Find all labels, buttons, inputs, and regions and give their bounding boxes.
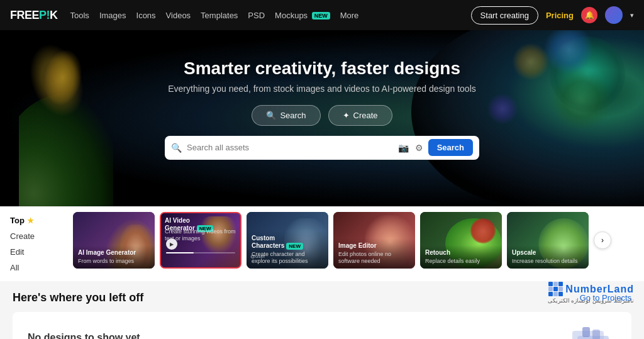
logo[interactable]: FREEP!K bbox=[10, 9, 58, 22]
pricing-button[interactable]: Pricing bbox=[546, 11, 574, 20]
hero-search-button[interactable]: 🔍 Search bbox=[252, 105, 320, 126]
avatar[interactable] bbox=[605, 6, 623, 24]
hero-section: Smarter creativity, faster designs Every… bbox=[0, 30, 644, 206]
image-editor-card-content: Image Editor Edit photos online no softw… bbox=[333, 238, 415, 269]
upscale-title: Upscale bbox=[512, 249, 584, 257]
nav-mockups[interactable]: Mockups NEW bbox=[275, 11, 330, 20]
search-icons-right: 📷 ⚙ Search bbox=[397, 139, 473, 156]
camera-icon[interactable]: 📷 bbox=[397, 142, 410, 154]
search-submit-button[interactable]: Search bbox=[428, 139, 473, 156]
image-editor-title: Image Editor bbox=[338, 242, 410, 250]
ai-image-title: AI Image Generator bbox=[78, 249, 150, 257]
no-designs-card: No designs to show yet Start creating bbox=[13, 312, 631, 339]
tool-card-retouch[interactable]: Retouch Replace details easily bbox=[420, 212, 502, 269]
search-icon-sm: 🔍 bbox=[171, 143, 182, 153]
search-icon: 🔍 bbox=[266, 111, 276, 120]
progress-bar bbox=[166, 252, 235, 253]
custom-chars-card-content: Custom CharactersNEW Create character an… bbox=[247, 231, 328, 269]
tools-row: Top ★ Create Edit All AI Image Generator… bbox=[10, 212, 634, 274]
tools-section: Top ★ Create Edit All AI Image Generator… bbox=[0, 206, 644, 281]
sidebar-item-create[interactable]: Create bbox=[10, 230, 65, 242]
watermark: NumberLand نامبرلند: سرویس لوتسازه الکتر… bbox=[548, 282, 634, 304]
retouch-title: Retouch bbox=[425, 249, 497, 257]
chevron-down-icon[interactable]: ▾ bbox=[630, 11, 634, 19]
nav-templates[interactable]: Templates bbox=[201, 11, 238, 20]
carousel-next-button[interactable]: › bbox=[594, 231, 611, 249]
hero-create-button[interactable]: ✦ Create bbox=[328, 105, 392, 126]
nav-more[interactable]: More bbox=[340, 11, 359, 20]
hero-left-decoration bbox=[19, 30, 145, 206]
sidebar-item-edit[interactable]: Edit bbox=[10, 246, 65, 258]
watermark-logo: NumberLand bbox=[548, 282, 634, 296]
nav-images[interactable]: Images bbox=[99, 11, 126, 20]
chars-user-tag: @user bbox=[250, 253, 265, 259]
svg-rect-2 bbox=[582, 327, 590, 337]
tools-cards: AI Image Generator From words to images … bbox=[73, 212, 634, 269]
watermark-sub: نامبرلند: سرویس لوتسازه الکتریکی bbox=[548, 297, 634, 304]
watermark-name: NumberLand bbox=[565, 284, 634, 295]
nav-videos[interactable]: Videos bbox=[166, 11, 191, 20]
upscale-card-content: Upscale Increase resolution details bbox=[507, 245, 589, 269]
start-creating-button[interactable]: Start creating bbox=[471, 6, 538, 25]
ai-image-desc: From words to images bbox=[78, 258, 150, 265]
header: FREEP!K Tools Images Icons Videos Templa… bbox=[0, 0, 644, 30]
ai-video-desc: Create stunning videos from text or imag… bbox=[165, 228, 238, 242]
no-designs-text: No designs to show yet bbox=[28, 332, 140, 339]
custom-chars-title: Custom CharactersNEW bbox=[252, 235, 323, 250]
no-designs-icon bbox=[566, 325, 616, 339]
tool-card-custom-chars[interactable]: @user Custom CharactersNEW Create charac… bbox=[247, 212, 328, 269]
nav-psd[interactable]: PSD bbox=[248, 11, 265, 20]
tool-card-image-editor[interactable]: Image Editor Edit photos online no softw… bbox=[333, 212, 415, 269]
bottom-title: Here's where you left off bbox=[13, 291, 143, 304]
no-designs-info: No designs to show yet Start creating bbox=[28, 332, 140, 339]
search-bar: 🔍 📷 ⚙ Search bbox=[165, 136, 479, 160]
notification-icon[interactable]: 🔔 bbox=[581, 7, 597, 23]
sidebar-item-all[interactable]: All bbox=[10, 262, 65, 274]
sparkle-icon: ✦ bbox=[343, 111, 350, 120]
tool-card-upscale[interactable]: Upscale Increase resolution details bbox=[507, 212, 589, 269]
nav-icons[interactable]: Icons bbox=[136, 11, 156, 20]
search-input[interactable] bbox=[187, 143, 392, 152]
svg-rect-3 bbox=[592, 330, 600, 339]
hero-buttons: 🔍 Search ✦ Create bbox=[165, 105, 479, 126]
watermark-grid-icon bbox=[548, 282, 563, 296]
bottom-header: Here's where you left off Go to Projects bbox=[13, 291, 631, 304]
retouch-desc: Replace details easily bbox=[425, 258, 497, 265]
tools-sidebar: Top ★ Create Edit All bbox=[10, 212, 73, 274]
nav-tools[interactable]: Tools bbox=[70, 11, 89, 20]
hero-subtitle: Everything you need, from stock images a… bbox=[165, 84, 479, 94]
upscale-desc: Increase resolution details bbox=[512, 258, 584, 265]
settings-icon[interactable]: ⚙ bbox=[414, 142, 425, 154]
main-nav: Tools Images Icons Videos Templates PSD … bbox=[70, 11, 359, 20]
sidebar-item-top[interactable]: Top ★ bbox=[10, 214, 65, 226]
header-right: Start creating Pricing 🔔 ▾ bbox=[471, 6, 634, 25]
image-editor-desc: Edit photos online no software needed bbox=[338, 251, 410, 265]
tool-card-ai-image[interactable]: AI Image Generator From words to images bbox=[73, 212, 155, 269]
retouch-card-content: Retouch Replace details easily bbox=[420, 245, 502, 269]
ai-image-card-content: AI Image Generator From words to images bbox=[73, 245, 155, 269]
hero-title: Smarter creativity, faster designs bbox=[165, 58, 479, 79]
tool-card-ai-video[interactable]: AI Video GeneratorNEW Create stunning vi… bbox=[160, 212, 242, 269]
star-icon: ★ bbox=[27, 216, 34, 225]
progress-fill bbox=[166, 252, 194, 253]
hero-content: Smarter creativity, faster designs Every… bbox=[165, 58, 479, 160]
